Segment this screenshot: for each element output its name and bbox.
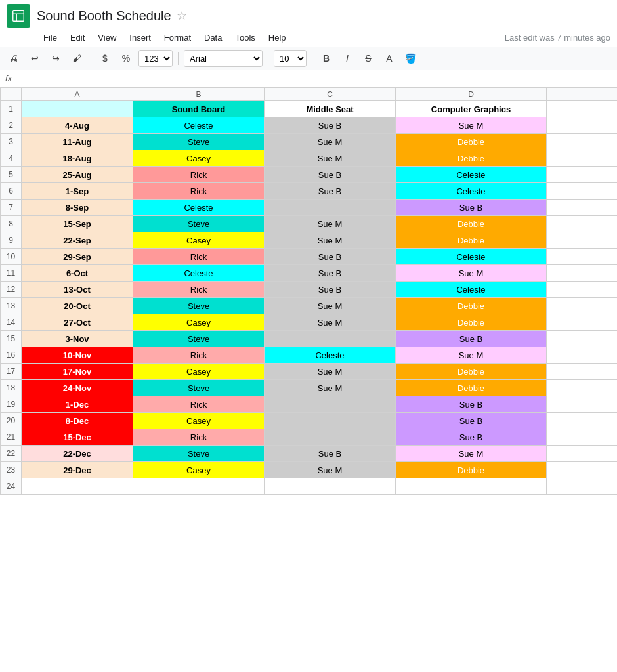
cell-c7[interactable]: [265, 200, 396, 216]
cell-d15[interactable]: Sue B: [396, 331, 547, 347]
cell-d2[interactable]: Sue M: [396, 117, 547, 134]
cell-c4[interactable]: Sue M: [265, 150, 396, 167]
font-select[interactable]: Arial: [184, 50, 263, 67]
menu-file[interactable]: File: [38, 30, 62, 45]
col-header-b[interactable]: B: [133, 88, 265, 101]
cell-a11[interactable]: 6-Oct: [22, 265, 133, 282]
currency-button[interactable]: $: [96, 50, 114, 67]
cell-a5[interactable]: 25-Aug: [22, 167, 133, 183]
col-header-e[interactable]: [547, 88, 618, 101]
cell-a14[interactable]: 27-Oct: [22, 314, 133, 331]
cell-c16[interactable]: Celeste: [265, 347, 396, 364]
cell-a4[interactable]: 18-Aug: [22, 150, 133, 167]
cell-b23[interactable]: Casey: [133, 462, 265, 478]
cell-d14[interactable]: Debbie: [396, 314, 547, 331]
document-title[interactable]: Sound Booth Schedule: [37, 9, 171, 24]
cell-c21[interactable]: [265, 429, 396, 446]
menu-format[interactable]: Format: [159, 30, 196, 45]
col-header-a[interactable]: A: [22, 88, 133, 101]
menu-help[interactable]: Help: [263, 30, 291, 45]
cell-a1[interactable]: [22, 101, 133, 117]
cell-a10[interactable]: 29-Sep: [22, 249, 133, 265]
cell-d5[interactable]: Celeste: [396, 167, 547, 183]
cell-d21[interactable]: Sue B: [396, 429, 547, 446]
font-size-select[interactable]: 10: [274, 50, 307, 67]
cell-d10[interactable]: Celeste: [396, 249, 547, 265]
cell-b21[interactable]: Rick: [133, 429, 265, 446]
col-header-c[interactable]: C: [265, 88, 396, 101]
cell-c9[interactable]: Sue M: [265, 232, 396, 249]
menu-insert[interactable]: Insert: [124, 30, 156, 45]
cell-b4[interactable]: Casey: [133, 150, 265, 167]
cell-b15[interactable]: Steve: [133, 331, 265, 347]
cell-c15[interactable]: [265, 331, 396, 347]
cell-c3[interactable]: Sue M: [265, 134, 396, 150]
strikethrough-button[interactable]: S: [360, 50, 377, 67]
cell-b22[interactable]: Steve: [133, 446, 265, 462]
cell-d13[interactable]: Debbie: [396, 298, 547, 314]
cell-a15[interactable]: 3-Nov: [22, 331, 133, 347]
cell-c18[interactable]: Sue M: [265, 380, 396, 396]
cell-c2[interactable]: Sue B: [265, 117, 396, 134]
cell-b20[interactable]: Casey: [133, 413, 265, 429]
menu-edit[interactable]: Edit: [65, 30, 90, 45]
cell-a13[interactable]: 20-Oct: [22, 298, 133, 314]
cell-d1[interactable]: Computer Graphics: [396, 101, 547, 117]
menu-view[interactable]: View: [93, 30, 121, 45]
cell-b5[interactable]: Rick: [133, 167, 265, 183]
menu-data[interactable]: Data: [199, 30, 227, 45]
cell-b13[interactable]: Steve: [133, 298, 265, 314]
cell-d8[interactable]: Debbie: [396, 216, 547, 232]
cell-c1[interactable]: Middle Seat: [265, 101, 396, 117]
cell-b9[interactable]: Casey: [133, 232, 265, 249]
cell-d16[interactable]: Sue M: [396, 347, 547, 364]
cell-d19[interactable]: Sue B: [396, 396, 547, 413]
fill-color-button[interactable]: 🪣: [402, 50, 419, 67]
print-button[interactable]: 🖨: [5, 50, 22, 67]
cell-a8[interactable]: 15-Sep: [22, 216, 133, 232]
cell-b8[interactable]: Steve: [133, 216, 265, 232]
formula-input[interactable]: [17, 72, 612, 85]
cell-c10[interactable]: Sue B: [265, 249, 396, 265]
cell-c6[interactable]: Sue B: [265, 183, 396, 200]
cell-d6[interactable]: Celeste: [396, 183, 547, 200]
cell-a22[interactable]: 22-Dec: [22, 446, 133, 462]
cell-c12[interactable]: Sue B: [265, 282, 396, 298]
cell-b2[interactable]: Celeste: [133, 117, 265, 134]
col-header-d[interactable]: D: [396, 88, 547, 101]
cell-d9[interactable]: Debbie: [396, 232, 547, 249]
cell-c5[interactable]: Sue B: [265, 167, 396, 183]
paint-format-button[interactable]: 🖌: [68, 50, 85, 67]
cell-c23[interactable]: Sue M: [265, 462, 396, 478]
cell-a7[interactable]: 8-Sep: [22, 200, 133, 216]
cell-d4[interactable]: Debbie: [396, 150, 547, 167]
cell-a23[interactable]: 29-Dec: [22, 462, 133, 478]
cell-a2[interactable]: 4-Aug: [22, 117, 133, 134]
cell-b17[interactable]: Casey: [133, 364, 265, 380]
cell-d23[interactable]: Debbie: [396, 462, 547, 478]
cell-c8[interactable]: Sue M: [265, 216, 396, 232]
cell-b19[interactable]: Rick: [133, 396, 265, 413]
cell-c11[interactable]: Sue B: [265, 265, 396, 282]
cell-a3[interactable]: 11-Aug: [22, 134, 133, 150]
cell-a16[interactable]: 10-Nov: [22, 347, 133, 364]
cell-a18[interactable]: 24-Nov: [22, 380, 133, 396]
number-format-select[interactable]: 123: [138, 50, 173, 67]
cell-c19[interactable]: [265, 396, 396, 413]
redo-button[interactable]: ↪: [47, 50, 64, 67]
cell-b12[interactable]: Rick: [133, 282, 265, 298]
cell-d22[interactable]: Sue M: [396, 446, 547, 462]
undo-button[interactable]: ↩: [26, 50, 43, 67]
cell-a21[interactable]: 15-Dec: [22, 429, 133, 446]
cell-b18[interactable]: Steve: [133, 380, 265, 396]
text-color-button[interactable]: A: [381, 50, 398, 67]
star-icon[interactable]: ☆: [177, 9, 187, 23]
cell-a17[interactable]: 17-Nov: [22, 364, 133, 380]
bold-button[interactable]: B: [318, 50, 335, 67]
menu-tools[interactable]: Tools: [230, 30, 260, 45]
cell-c22[interactable]: Sue B: [265, 446, 396, 462]
cell-a12[interactable]: 13-Oct: [22, 282, 133, 298]
cell-b14[interactable]: Casey: [133, 314, 265, 331]
cell-b6[interactable]: Rick: [133, 183, 265, 200]
cell-d20[interactable]: Sue B: [396, 413, 547, 429]
